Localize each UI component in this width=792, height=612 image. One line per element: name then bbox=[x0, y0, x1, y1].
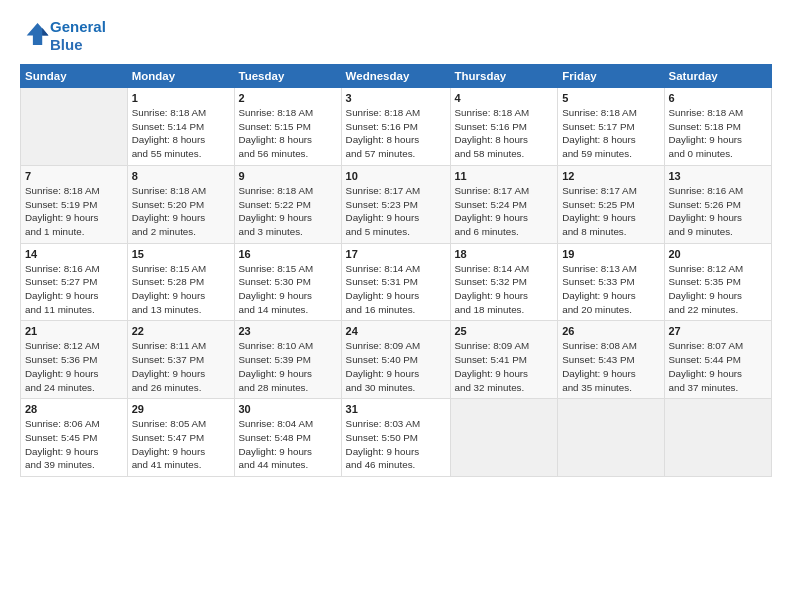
day-info-line: Sunset: 5:16 PM bbox=[346, 121, 418, 132]
calendar-cell: 30Sunrise: 8:04 AMSunset: 5:48 PMDayligh… bbox=[234, 399, 341, 477]
day-info: Sunrise: 8:15 AMSunset: 5:30 PMDaylight:… bbox=[239, 262, 337, 317]
day-number: 8 bbox=[132, 170, 230, 182]
calendar-week-row: 1Sunrise: 8:18 AMSunset: 5:14 PMDaylight… bbox=[21, 88, 772, 166]
day-info-line: Sunrise: 8:18 AM bbox=[239, 185, 314, 196]
day-info: Sunrise: 8:15 AMSunset: 5:28 PMDaylight:… bbox=[132, 262, 230, 317]
day-info: Sunrise: 8:18 AMSunset: 5:20 PMDaylight:… bbox=[132, 184, 230, 239]
calendar-cell: 5Sunrise: 8:18 AMSunset: 5:17 PMDaylight… bbox=[558, 88, 664, 166]
day-info-line: and 22 minutes. bbox=[669, 304, 739, 315]
day-info: Sunrise: 8:18 AMSunset: 5:16 PMDaylight:… bbox=[455, 106, 554, 161]
day-info-line: Sunrise: 8:17 AM bbox=[455, 185, 530, 196]
day-info-line: and 55 minutes. bbox=[132, 148, 202, 159]
day-info-line: Daylight: 9 hours bbox=[455, 212, 529, 223]
day-info-line: Sunset: 5:14 PM bbox=[132, 121, 204, 132]
day-info-line: Sunset: 5:33 PM bbox=[562, 276, 634, 287]
day-number: 29 bbox=[132, 403, 230, 415]
day-number: 21 bbox=[25, 325, 123, 337]
day-info-line: Sunset: 5:25 PM bbox=[562, 199, 634, 210]
logo-icon bbox=[22, 20, 50, 48]
calendar-cell: 25Sunrise: 8:09 AMSunset: 5:41 PMDayligh… bbox=[450, 321, 558, 399]
calendar-header-row: Sunday Monday Tuesday Wednesday Thursday… bbox=[21, 65, 772, 88]
day-info-line: Sunset: 5:50 PM bbox=[346, 432, 418, 443]
day-info-line: and 3 minutes. bbox=[239, 226, 303, 237]
day-info-line: Daylight: 9 hours bbox=[669, 290, 743, 301]
day-info-line: Daylight: 9 hours bbox=[132, 446, 206, 457]
day-info: Sunrise: 8:14 AMSunset: 5:32 PMDaylight:… bbox=[455, 262, 554, 317]
day-info-line: and 44 minutes. bbox=[239, 459, 309, 470]
day-info-line: Daylight: 8 hours bbox=[132, 134, 206, 145]
day-info-line: Sunrise: 8:17 AM bbox=[562, 185, 637, 196]
day-number: 31 bbox=[346, 403, 446, 415]
day-number: 20 bbox=[669, 248, 768, 260]
day-info-line: Daylight: 9 hours bbox=[346, 446, 420, 457]
day-number: 22 bbox=[132, 325, 230, 337]
day-info-line: Sunrise: 8:16 AM bbox=[669, 185, 744, 196]
calendar-cell bbox=[450, 399, 558, 477]
day-info-line: Sunset: 5:32 PM bbox=[455, 276, 527, 287]
day-number: 5 bbox=[562, 92, 659, 104]
day-info-line: and 13 minutes. bbox=[132, 304, 202, 315]
day-info-line: Daylight: 9 hours bbox=[25, 212, 99, 223]
day-info: Sunrise: 8:18 AMSunset: 5:22 PMDaylight:… bbox=[239, 184, 337, 239]
day-number: 17 bbox=[346, 248, 446, 260]
day-info-line: Sunset: 5:31 PM bbox=[346, 276, 418, 287]
day-info-line: Daylight: 9 hours bbox=[25, 368, 99, 379]
day-info-line: Daylight: 9 hours bbox=[562, 368, 636, 379]
day-info-line: Sunset: 5:47 PM bbox=[132, 432, 204, 443]
calendar-cell: 24Sunrise: 8:09 AMSunset: 5:40 PMDayligh… bbox=[341, 321, 450, 399]
day-info-line: Sunrise: 8:05 AM bbox=[132, 418, 207, 429]
day-info-line: Sunrise: 8:16 AM bbox=[25, 263, 100, 274]
day-info-line: Daylight: 9 hours bbox=[239, 290, 313, 301]
day-info-line: and 56 minutes. bbox=[239, 148, 309, 159]
calendar-cell: 1Sunrise: 8:18 AMSunset: 5:14 PMDaylight… bbox=[127, 88, 234, 166]
day-info: Sunrise: 8:17 AMSunset: 5:24 PMDaylight:… bbox=[455, 184, 554, 239]
calendar-cell: 6Sunrise: 8:18 AMSunset: 5:18 PMDaylight… bbox=[664, 88, 772, 166]
day-info-line: Daylight: 9 hours bbox=[132, 212, 206, 223]
col-sunday: Sunday bbox=[21, 65, 128, 88]
day-info-line: Sunrise: 8:18 AM bbox=[132, 107, 207, 118]
day-info-line: and 24 minutes. bbox=[25, 382, 95, 393]
day-number: 7 bbox=[25, 170, 123, 182]
day-info-line: Sunset: 5:18 PM bbox=[669, 121, 741, 132]
day-number: 10 bbox=[346, 170, 446, 182]
calendar-cell: 8Sunrise: 8:18 AMSunset: 5:20 PMDaylight… bbox=[127, 165, 234, 243]
day-info-line: Daylight: 9 hours bbox=[346, 290, 420, 301]
calendar-cell: 7Sunrise: 8:18 AMSunset: 5:19 PMDaylight… bbox=[21, 165, 128, 243]
day-info-line: Sunrise: 8:15 AM bbox=[132, 263, 207, 274]
calendar-cell: 16Sunrise: 8:15 AMSunset: 5:30 PMDayligh… bbox=[234, 243, 341, 321]
day-info: Sunrise: 8:10 AMSunset: 5:39 PMDaylight:… bbox=[239, 339, 337, 394]
day-info-line: Sunrise: 8:06 AM bbox=[25, 418, 100, 429]
day-info-line: and 59 minutes. bbox=[562, 148, 632, 159]
day-info-line: Sunset: 5:44 PM bbox=[669, 354, 741, 365]
day-number: 3 bbox=[346, 92, 446, 104]
calendar-cell bbox=[558, 399, 664, 477]
calendar-cell: 11Sunrise: 8:17 AMSunset: 5:24 PMDayligh… bbox=[450, 165, 558, 243]
day-info-line: Sunrise: 8:18 AM bbox=[25, 185, 100, 196]
day-info-line: Daylight: 9 hours bbox=[562, 290, 636, 301]
day-info-line: and 26 minutes. bbox=[132, 382, 202, 393]
day-info-line: Sunrise: 8:12 AM bbox=[669, 263, 744, 274]
col-friday: Friday bbox=[558, 65, 664, 88]
day-number: 6 bbox=[669, 92, 768, 104]
day-info-line: Sunrise: 8:04 AM bbox=[239, 418, 314, 429]
day-info-line: and 30 minutes. bbox=[346, 382, 416, 393]
calendar-cell: 17Sunrise: 8:14 AMSunset: 5:31 PMDayligh… bbox=[341, 243, 450, 321]
day-info-line: Sunset: 5:36 PM bbox=[25, 354, 97, 365]
day-info-line: Daylight: 9 hours bbox=[669, 212, 743, 223]
day-info-line: Sunset: 5:15 PM bbox=[239, 121, 311, 132]
calendar-cell: 29Sunrise: 8:05 AMSunset: 5:47 PMDayligh… bbox=[127, 399, 234, 477]
calendar-cell bbox=[21, 88, 128, 166]
calendar-cell: 26Sunrise: 8:08 AMSunset: 5:43 PMDayligh… bbox=[558, 321, 664, 399]
day-info-line: Sunset: 5:22 PM bbox=[239, 199, 311, 210]
col-saturday: Saturday bbox=[664, 65, 772, 88]
day-info: Sunrise: 8:18 AMSunset: 5:16 PMDaylight:… bbox=[346, 106, 446, 161]
day-info-line: and 41 minutes. bbox=[132, 459, 202, 470]
day-info: Sunrise: 8:03 AMSunset: 5:50 PMDaylight:… bbox=[346, 417, 446, 472]
calendar-week-row: 28Sunrise: 8:06 AMSunset: 5:45 PMDayligh… bbox=[21, 399, 772, 477]
calendar-cell: 31Sunrise: 8:03 AMSunset: 5:50 PMDayligh… bbox=[341, 399, 450, 477]
col-wednesday: Wednesday bbox=[341, 65, 450, 88]
col-tuesday: Tuesday bbox=[234, 65, 341, 88]
day-info-line: and 2 minutes. bbox=[132, 226, 196, 237]
day-info: Sunrise: 8:05 AMSunset: 5:47 PMDaylight:… bbox=[132, 417, 230, 472]
day-info-line: Daylight: 8 hours bbox=[346, 134, 420, 145]
